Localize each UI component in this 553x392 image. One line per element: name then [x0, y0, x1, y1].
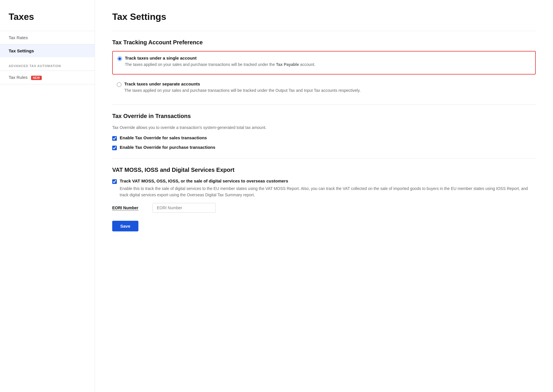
sidebar-section-label: ADVANCED TAX AUTOMATION [0, 57, 95, 71]
save-button[interactable]: Save [112, 221, 138, 231]
single-account-label: Track taxes under a single account [125, 56, 315, 60]
sidebar-item-tax-settings[interactable]: Tax Settings [0, 44, 95, 57]
sidebar-title: Taxes [0, 12, 95, 31]
separate-accounts-label: Track taxes under separate accounts [124, 81, 361, 86]
single-account-box: Track taxes under a single account The t… [112, 51, 536, 75]
separate-accounts-desc: The taxes applied on your sales and purc… [124, 87, 361, 94]
tax-override-title: Tax Override in Transactions [112, 113, 536, 119]
tax-override-description: Tax Override allows you to override a tr… [112, 125, 536, 131]
vat-moss-title: VAT MOSS, IOSS and Digital Services Expo… [112, 167, 536, 173]
checkbox-purchase-override: Enable Tax Override for purchase transac… [112, 145, 536, 150]
eori-input[interactable] [152, 203, 216, 213]
radio-separate-accounts[interactable] [117, 82, 121, 87]
sidebar: Taxes Tax Rates Tax Settings ADVANCED TA… [0, 0, 95, 392]
checkbox-vat-moss-input[interactable] [112, 179, 117, 184]
radio-option-single: Track taxes under a single account The t… [117, 56, 531, 68]
sidebar-item-tax-rates[interactable]: Tax Rates [0, 31, 95, 44]
single-account-desc: The taxes applied on your sales and purc… [125, 62, 315, 68]
eori-row: EORI Number [112, 203, 536, 213]
checkbox-vat-moss: Track VAT MOSS, OSS, IOSS, or the sale o… [112, 178, 536, 198]
vat-moss-label[interactable]: Track VAT MOSS, OSS, IOSS, or the sale o… [120, 178, 288, 183]
section-tracking-preference: Tax Tracking Account Preference Track ta… [112, 39, 536, 96]
divider-3 [112, 158, 536, 159]
radio-single-account[interactable] [117, 56, 122, 61]
purchase-override-label[interactable]: Enable Tax Override for purchase transac… [120, 145, 215, 150]
vat-moss-description: Enable this to track the sale of digital… [120, 185, 536, 198]
section-tax-override: Tax Override in Transactions Tax Overrid… [112, 113, 536, 150]
checkbox-purchase-override-input[interactable] [112, 146, 117, 150]
sidebar-item-tax-rules[interactable]: Tax Rules NEW [0, 71, 95, 84]
divider-2 [112, 104, 536, 105]
page-title: Tax Settings [112, 12, 536, 22]
sales-override-label[interactable]: Enable Tax Override for sales transactio… [120, 135, 207, 140]
tracking-preference-title: Tax Tracking Account Preference [112, 39, 536, 46]
divider-1 [112, 31, 536, 31]
new-badge: NEW [31, 76, 42, 80]
checkbox-sales-override-input[interactable] [112, 136, 117, 141]
main-content: Tax Settings Tax Tracking Account Prefer… [95, 0, 553, 392]
radio-option-separate: Track taxes under separate accounts The … [112, 79, 536, 96]
eori-label: EORI Number [112, 205, 147, 210]
section-vat-moss: VAT MOSS, IOSS and Digital Services Expo… [112, 167, 536, 213]
checkbox-sales-override: Enable Tax Override for sales transactio… [112, 135, 536, 141]
